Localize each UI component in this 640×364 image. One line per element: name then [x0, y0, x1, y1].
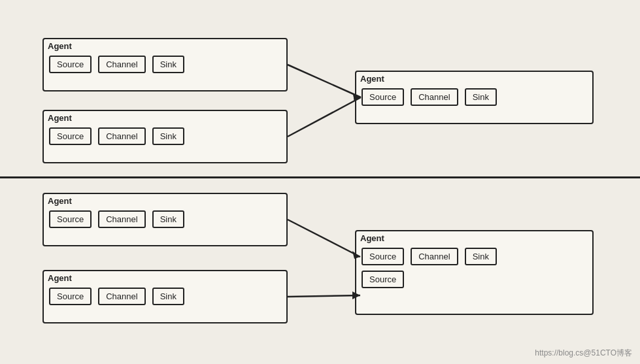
bot-agent1-label: Agent	[44, 194, 286, 208]
top-agent1-source: Source	[49, 56, 92, 73]
bot-agent1-sink: Sink	[152, 210, 184, 228]
bot-agent1-channel: Channel	[98, 210, 145, 228]
top-agent3-sink: Sink	[465, 88, 497, 106]
top-agent1-channel: Channel	[98, 56, 145, 73]
top-agent2-source: Source	[49, 127, 92, 145]
top-agent3-box: Agent Source Channel Sink	[355, 71, 594, 124]
watermark: https://blog.cs@51CTO博客	[535, 348, 632, 359]
bot-agent3-source: Source	[362, 248, 404, 265]
bot-agent1-components: Source Channel Sink	[44, 208, 286, 233]
top-agent1-sink: Sink	[152, 56, 184, 73]
top-agent3-components: Source Channel Sink	[356, 86, 592, 111]
top-agent2-sink: Sink	[152, 127, 184, 145]
bot-agent3-sink: Sink	[465, 248, 497, 265]
section-divider	[0, 176, 640, 178]
bot-agent2-source: Source	[49, 288, 92, 305]
top-agent2-label: Agent	[44, 111, 286, 125]
top-agent2-channel: Channel	[98, 127, 145, 145]
top-agent3-channel: Channel	[411, 88, 458, 106]
top-agent3-source: Source	[362, 88, 404, 106]
top-agent3-label: Agent	[356, 72, 592, 86]
top-agent1-components: Source Channel Sink	[44, 53, 286, 78]
bot-agent3-channel: Channel	[411, 248, 458, 265]
bot-agent3-label: Agent	[356, 231, 592, 245]
top-agent2-box: Agent Source Channel Sink	[42, 110, 288, 163]
bot-agent1-box: Agent Source Channel Sink	[42, 193, 288, 246]
top-agent1-box: Agent Source Channel Sink	[42, 38, 288, 91]
svg-line-6	[288, 295, 360, 297]
main-container: Agent Source Channel Sink Agent Source C…	[0, 0, 640, 364]
top-agent2-components: Source Channel Sink	[44, 125, 286, 150]
top-agent1-label: Agent	[44, 39, 286, 53]
bot-agent2-label: Agent	[44, 271, 286, 285]
bot-agent3-source2: Source	[362, 271, 404, 288]
bot-agent3-box: Agent Source Channel Sink Source	[355, 230, 594, 315]
bot-agent2-box: Agent Source Channel Sink	[42, 270, 288, 323]
bot-agent3-components-row2: Source	[356, 271, 592, 292]
bot-agent2-sink: Sink	[152, 288, 184, 305]
bot-agent1-source: Source	[49, 210, 92, 228]
svg-line-0	[288, 65, 361, 97]
bot-agent2-components: Source Channel Sink	[44, 285, 286, 310]
svg-line-4	[288, 220, 360, 257]
bot-agent2-channel: Channel	[98, 288, 145, 305]
svg-line-2	[288, 97, 361, 137]
bot-agent3-components-row1: Source Channel Sink	[356, 245, 592, 271]
